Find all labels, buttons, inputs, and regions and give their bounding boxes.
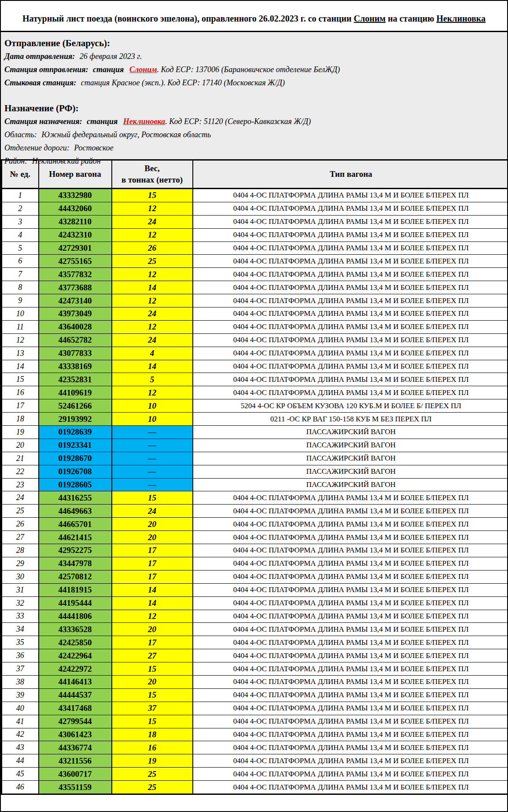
- wagon-number-cell: 43773688: [39, 281, 112, 294]
- wagon-number-cell: 44109619: [39, 386, 112, 399]
- weight-cell: 25: [112, 781, 193, 794]
- table-row: 2301928605—ПАССАЖИРСКИЙ ВАГОН: [2, 478, 508, 491]
- title-origin-station: Слоним: [354, 14, 386, 23]
- weight-cell: 18: [112, 728, 193, 741]
- row-number-cell: 16: [2, 386, 39, 399]
- table-row: 4643551159250404 4-ОС ПЛАТФОРМА ДЛИНА РА…: [2, 781, 508, 794]
- row-number-cell: 12: [2, 333, 39, 347]
- weight-cell: 12: [112, 228, 193, 241]
- wagon-number-cell: 29193992: [39, 413, 112, 426]
- row-number-cell: 34: [2, 623, 39, 636]
- table-row: 4344336774160404 4-ОС ПЛАТФОРМА ДЛИНА РА…: [2, 741, 508, 754]
- wagon-number-cell: 42729301: [39, 241, 112, 255]
- wagon-type-cell: 0404 4-ОС ПЛАТФОРМА ДЛИНА РАМЫ 13,4 М И …: [193, 531, 508, 544]
- table-row: 1901928639—ПАССАЖИРСКИЙ ВАГОН: [2, 426, 508, 439]
- wagon-number-cell: 44444537: [39, 688, 112, 702]
- table-row: 2842952275170404 4-ОС ПЛАТФОРМА ДЛИНА РА…: [2, 544, 508, 557]
- table-row: 743577832120404 4-ОС ПЛАТФОРМА ДЛИНА РАМ…: [2, 268, 508, 281]
- division-line: Отделение дороги: Ростовское: [4, 141, 503, 154]
- table-row: 3844146413200404 4-ОС ПЛАТФОРМА ДЛИНА РА…: [2, 675, 508, 688]
- wagon-number-cell: 43282110: [39, 215, 112, 228]
- weight-cell: 27: [112, 649, 193, 662]
- row-number-cell: 9: [2, 294, 39, 307]
- table-row: 143332980150404 4-ОС ПЛАТФОРМА ДЛИНА РАМ…: [2, 189, 508, 202]
- row-number-cell: 20: [2, 439, 39, 452]
- table-row: 1829193992100211 -ОС КР ВАГ 150-158 КУБ …: [2, 413, 508, 426]
- wagon-number-cell: 42422972: [39, 662, 112, 676]
- wagon-number-cell: 43332980: [39, 189, 112, 202]
- row-number-cell: 15: [2, 373, 39, 386]
- weight-cell: 5: [112, 373, 193, 386]
- weight-cell: 20: [112, 623, 193, 636]
- row-number-cell: 27: [2, 531, 39, 544]
- departure-section-heading: Отправление (Беларусь):: [4, 37, 503, 49]
- weight-cell: —: [112, 439, 193, 452]
- row-number-cell: 32: [2, 596, 39, 610]
- wagon-number-cell: 43417468: [39, 702, 112, 715]
- wagon-number-cell: 52461266: [39, 399, 112, 413]
- weight-cell: 14: [112, 596, 193, 610]
- wagon-number-cell: 43640028: [39, 320, 112, 333]
- weight-cell: 20: [112, 518, 193, 531]
- wagon-type-cell: 0404 4-ОС ПЛАТФОРМА ДЛИНА РАМЫ 13,4 М И …: [193, 583, 508, 596]
- table-row: 2943447978170404 4-ОС ПЛАТФОРМА ДЛИНА РА…: [2, 557, 508, 570]
- table-row: 2744621415200404 4-ОС ПЛАТФОРМА ДЛИНА РА…: [2, 531, 508, 544]
- row-number-cell: 43: [2, 741, 39, 754]
- wagon-number-cell: 01926708: [39, 465, 112, 478]
- weight-cell: 12: [112, 202, 193, 215]
- weight-cell: 24: [112, 215, 193, 228]
- table-row: 3443336528200404 4-ОС ПЛАТФОРМА ДЛИНА РА…: [2, 623, 508, 636]
- row-number-cell: 44: [2, 754, 39, 768]
- weight-cell: 15: [112, 688, 193, 702]
- wagon-number-cell: 43336528: [39, 623, 112, 636]
- table-row: 4443211556190404 4-ОС ПЛАТФОРМА ДЛИНА РА…: [2, 754, 508, 768]
- weight-cell: 17: [112, 557, 193, 570]
- weight-cell: 12: [112, 610, 193, 623]
- row-number-cell: 6: [2, 255, 39, 268]
- row-number-cell: 29: [2, 557, 39, 570]
- weight-cell: 15: [112, 715, 193, 728]
- wagon-number-cell: 42473140: [39, 294, 112, 307]
- division-label: Отделение дороги:: [4, 143, 70, 152]
- row-number-cell: 35: [2, 636, 39, 649]
- wagon-number-cell: 44649663: [39, 505, 112, 518]
- region-line: Область: Южный федеральный округ, Ростов…: [4, 128, 503, 141]
- wagon-number-cell: 44621415: [39, 531, 112, 544]
- table-row: 542729301260404 4-ОС ПЛАТФОРМА ДЛИНА РАМ…: [2, 241, 508, 255]
- destination-station-code: . Код ЕСР: 51120 (Северо-Кавказская Ж/Д): [165, 117, 311, 126]
- header-wagon-type: Тип вагона: [193, 160, 508, 189]
- table-row: 1143640028120404 4-ОС ПЛАТФОРМА ДЛИНА РА…: [2, 320, 508, 333]
- table-row: 3244195444140404 4-ОС ПЛАТФОРМА ДЛИНА РА…: [2, 596, 508, 610]
- row-number-cell: 40: [2, 702, 39, 715]
- wagon-number-cell: 43338169: [39, 360, 112, 373]
- wagon-number-cell: 01928639: [39, 426, 112, 439]
- row-number-cell: 30: [2, 570, 39, 583]
- table-row: 3042570812170404 4-ОС ПЛАТФОРМА ДЛИНА РА…: [2, 570, 508, 583]
- wagon-number-cell: 43973049: [39, 307, 112, 321]
- row-number-cell: 37: [2, 662, 39, 676]
- wagon-type-cell: 0404 4-ОС ПЛАТФОРМА ДЛИНА РАМЫ 13,4 М И …: [193, 347, 508, 360]
- wagon-type-cell: 0404 4-ОС ПЛАТФОРМА ДЛИНА РАМЫ 13,4 М И …: [193, 320, 508, 333]
- row-number-cell: 45: [2, 768, 39, 781]
- departure-station-word: станция: [93, 65, 124, 74]
- table-row: 134307783340404 4-ОС ПЛАТФОРМА ДЛИНА РАМ…: [2, 347, 508, 360]
- weight-cell: 10: [112, 399, 193, 413]
- weight-cell: 20: [112, 531, 193, 544]
- row-number-cell: 38: [2, 675, 39, 688]
- wagon-type-cell: 0404 4-ОС ПЛАТФОРМА ДЛИНА РАМЫ 13,4 М И …: [193, 189, 508, 202]
- table-row: 4243061423180404 4-ОС ПЛАТФОРМА ДЛИНА РА…: [2, 728, 508, 741]
- row-number-cell: 17: [2, 399, 39, 413]
- destination-station-word: станция: [87, 117, 118, 126]
- table-row: 1443338169140404 4-ОС ПЛАТФОРМА ДЛИНА РА…: [2, 360, 508, 373]
- wagon-number-cell: 01928670: [39, 452, 112, 465]
- wagon-type-cell: 0404 4-ОС ПЛАТФОРМА ДЛИНА РАМЫ 13,4 М И …: [193, 570, 508, 583]
- weight-cell: 14: [112, 281, 193, 294]
- weight-cell: —: [112, 478, 193, 491]
- wagon-type-cell: 0404 4-ОС ПЛАТФОРМА ДЛИНА РАМЫ 13,4 М И …: [193, 333, 508, 347]
- row-number-cell: 24: [2, 491, 39, 505]
- row-number-cell: 42: [2, 728, 39, 741]
- row-number-cell: 7: [2, 268, 39, 281]
- weight-cell: 12: [112, 386, 193, 399]
- departure-station-line: Станция отправления: станция Слоним. Код…: [4, 63, 503, 76]
- table-row: 2544649663240404 4-ОС ПЛАТФОРМА ДЛИНА РА…: [2, 505, 508, 518]
